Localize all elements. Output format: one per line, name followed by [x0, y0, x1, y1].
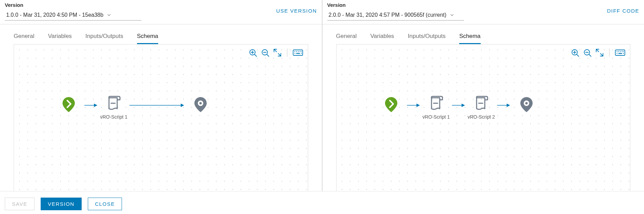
flow-arrow-icon — [405, 96, 423, 107]
zoom-in-icon[interactable] — [571, 49, 579, 57]
end-pin-icon — [518, 96, 535, 113]
zoom-in-icon[interactable] — [249, 49, 257, 57]
script-node-label: vRO-Script 1 — [100, 114, 127, 120]
schema-canvas[interactable]: vRO-Script 1 — [14, 44, 308, 191]
flow-arrow-icon — [450, 96, 468, 107]
tab-inputs-outputs[interactable]: Inputs/Outputs — [408, 33, 446, 44]
start-node[interactable] — [55, 96, 82, 113]
script-node-label: vRO-Script 2 — [467, 114, 495, 120]
toolbar-separator — [287, 49, 287, 57]
tab-variables[interactable]: Variables — [48, 33, 72, 44]
tab-inputs-outputs[interactable]: Inputs/Outputs — [85, 33, 123, 44]
close-button[interactable]: CLOSE — [88, 198, 122, 210]
chevron-down-icon — [107, 13, 111, 17]
footer-bar: SAVE VERSION CLOSE — [0, 191, 644, 214]
keyboard-icon[interactable] — [293, 49, 303, 57]
diff-code-button[interactable]: DIFF CODE — [607, 8, 639, 15]
version-button[interactable]: VERSION — [41, 198, 82, 210]
toolbar-separator — [609, 49, 609, 57]
version-label: Version — [5, 2, 141, 8]
tab-general[interactable]: General — [336, 33, 357, 44]
script-icon — [473, 96, 490, 111]
tab-variables[interactable]: Variables — [370, 33, 394, 44]
flow-arrow-icon — [82, 96, 100, 107]
tabs: General Variables Inputs/Outputs Schema — [323, 25, 644, 44]
script-node[interactable]: vRO-Script 2 — [468, 96, 495, 120]
fit-screen-icon[interactable] — [595, 49, 604, 57]
left-panel: Version 1.0.0 - Mar 31, 2020 4:50 PM - 1… — [0, 0, 322, 191]
script-icon — [106, 96, 122, 111]
script-icon — [428, 96, 444, 111]
version-label: Version — [327, 2, 464, 8]
zoom-out-icon[interactable] — [583, 49, 591, 57]
tab-general[interactable]: General — [14, 33, 34, 44]
flow-arrow-icon — [127, 96, 187, 107]
right-panel: Version 2.0.0 - Mar 31, 2020 4:57 PM - 9… — [323, 0, 644, 191]
version-value: 1.0.0 - Mar 31, 2020 4:50 PM - 15ea38b — [6, 12, 104, 18]
start-pin-icon — [60, 96, 77, 113]
flow-arrow-icon — [495, 96, 513, 107]
script-node[interactable]: vRO-Script 1 — [100, 96, 127, 120]
end-node[interactable] — [187, 96, 214, 113]
chevron-down-icon — [450, 13, 454, 17]
save-button: SAVE — [5, 198, 35, 210]
start-node[interactable] — [378, 96, 405, 113]
zoom-out-icon[interactable] — [261, 49, 269, 57]
keyboard-icon[interactable] — [615, 49, 625, 57]
start-pin-icon — [383, 96, 399, 113]
version-value: 2.0.0 - Mar 31, 2020 4:57 PM - 900565f (… — [329, 12, 447, 18]
tabs: General Variables Inputs/Outputs Schema — [0, 25, 322, 44]
schema-canvas[interactable]: vRO-Script 1 vRO-Script 2 — [336, 44, 631, 191]
version-select[interactable]: 1.0.0 - Mar 31, 2020 4:50 PM - 15ea38b — [5, 10, 141, 21]
script-node[interactable]: vRO-Script 1 — [423, 96, 450, 120]
tab-schema[interactable]: Schema — [459, 33, 480, 44]
end-pin-icon — [192, 96, 209, 113]
script-node-label: vRO-Script 1 — [422, 114, 450, 120]
fit-screen-icon[interactable] — [273, 49, 282, 57]
use-version-button[interactable]: USE VERSION — [276, 8, 317, 15]
version-select[interactable]: 2.0.0 - Mar 31, 2020 4:57 PM - 900565f (… — [327, 10, 464, 21]
end-node[interactable] — [513, 96, 540, 113]
tab-schema[interactable]: Schema — [137, 33, 158, 44]
